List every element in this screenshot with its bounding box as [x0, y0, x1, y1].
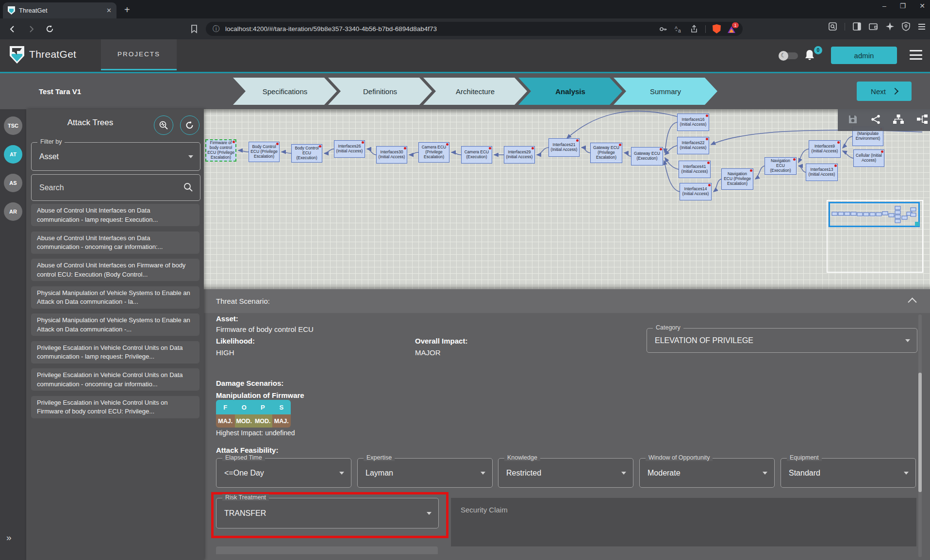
new-tab-button[interactable]: + — [124, 5, 130, 15]
share-diagram-icon[interactable] — [870, 114, 881, 127]
url-text[interactable]: localhost:4200/#/tara-iteration/59b8e357… — [225, 25, 659, 33]
asset-label: Asset: — [216, 314, 238, 323]
workflow-step-architecture[interactable]: Architecture — [423, 78, 527, 105]
expand-rail-icon[interactable]: » — [6, 532, 12, 543]
workflow-step-summary[interactable]: Summary — [614, 78, 717, 105]
search-input[interactable]: Search — [31, 174, 200, 201]
filter-by-value: Asset — [39, 143, 59, 170]
diagram-node[interactable]: Navigation ECU (Privilege Escalation) — [721, 168, 753, 190]
diagram-node[interactable]: Firmware of body control ECU (Privilege … — [205, 139, 236, 162]
attack-tree-item[interactable]: Privilege Escalation in Vehicle Control … — [31, 341, 199, 363]
rail-avatar-ar[interactable]: AR — [4, 202, 22, 221]
diagram-node[interactable]: Gateway ECU (Execution) — [631, 147, 663, 165]
workflow-step-definitions[interactable]: Definitions — [328, 78, 432, 105]
attack-tree-item[interactable]: Privilege Escalation in Vehicle Control … — [31, 368, 199, 391]
rail-avatar-as[interactable]: AS — [4, 174, 22, 192]
security-claim-textarea[interactable]: Security Claim — [451, 498, 916, 546]
feasibility-dropdown-expertise[interactable]: ExpertiseLayman — [357, 458, 493, 488]
likelihood-value: HIGH — [216, 348, 234, 357]
share-icon[interactable] — [690, 25, 698, 33]
browser-menu-icon[interactable] — [917, 23, 926, 31]
attack-tree-item[interactable]: Physical Manipulation of Vehicle Systems… — [31, 286, 199, 309]
threat-scenario-header[interactable]: Threat Scenario: — [204, 289, 930, 313]
address-bar[interactable]: ⓘ localhost:4200/#/tara-iteration/59b8e3… — [206, 22, 743, 36]
rail-avatar-at[interactable]: AT — [4, 145, 22, 164]
diagram-node[interactable]: Interfaces26 (Initial Access) — [334, 140, 365, 158]
user-account-button[interactable]: admin — [831, 47, 897, 64]
tab-close-icon[interactable]: ✕ — [106, 7, 112, 14]
bookmark-icon[interactable] — [190, 24, 198, 33]
diagram-node[interactable]: Interfaces9 (Initial Access) — [809, 140, 841, 158]
window-maximize-icon[interactable]: ❐ — [900, 2, 906, 10]
attack-tree-item[interactable]: Abuse of Control Unit Interfaces on Firm… — [31, 259, 199, 281]
analyze-tree-button[interactable] — [154, 115, 173, 135]
diagram-node[interactable]: Body Control ECU (Execution) — [291, 144, 322, 163]
feasibility-dropdown-window-of-opportunity[interactable]: Window of OpportunityModerate — [639, 458, 775, 488]
workflow-step-analysis[interactable]: Analysis — [518, 78, 622, 105]
feasibility-dropdown-knowledge[interactable]: KnowledgeRestricted — [498, 458, 633, 488]
refresh-button[interactable] — [180, 115, 199, 135]
app-menu-icon[interactable] — [910, 50, 922, 60]
reload-icon[interactable] — [43, 24, 56, 33]
diagram-node[interactable]: Interfaces14 (Initial Access) — [680, 183, 712, 200]
feasibility-dropdown-elapsed-time[interactable]: Elapsed Time<=One Day — [216, 458, 351, 488]
attack-tree-canvas[interactable]: Firmware of body control ECU (Privilege … — [204, 109, 930, 289]
vpn-shield-icon[interactable] — [902, 22, 910, 31]
collapse-chevron-up-icon[interactable] — [908, 297, 916, 306]
nav-tab-projects[interactable]: PROJECTS — [101, 39, 177, 70]
minimap[interactable] — [827, 200, 923, 273]
diagram-node[interactable]: Interfaces41 (Initial Access) — [679, 161, 711, 178]
sidebar-toggle-icon[interactable] — [852, 22, 862, 31]
attack-tree-item[interactable]: Abuse of Control Unit Interfaces on Data… — [31, 231, 199, 254]
notifications-bell[interactable]: 0 — [804, 49, 820, 64]
diagram-node[interactable]: Body Control ECU (Privilege Escalation) — [249, 142, 280, 162]
attack-trees-panel: Attack Trees Filter by Asset Search Abus… — [26, 109, 204, 560]
diagram-node[interactable]: Camera ECU (Execution) — [461, 146, 492, 164]
risk-treatment-value: TRANSFER — [224, 498, 266, 528]
wallet-icon[interactable] — [869, 22, 878, 31]
back-icon[interactable] — [6, 24, 19, 34]
site-info-icon[interactable]: ⓘ — [213, 25, 219, 33]
brave-rewards-icon[interactable]: 1 — [728, 25, 736, 33]
feasibility-dropdown-equipment[interactable]: EquipmentStandard — [781, 458, 916, 488]
diagram-node[interactable]: Interfaces30 (Initial Access) — [376, 146, 407, 164]
window-close-icon[interactable]: ✕ — [919, 2, 925, 10]
panel-scrollbar-thumb[interactable] — [918, 373, 922, 492]
threat-dot-icon — [404, 147, 406, 149]
browser-tab[interactable]: ThreatGet ✕ — [3, 2, 116, 18]
translate-icon[interactable]: Aa — [674, 25, 683, 33]
diagram-node[interactable]: Interfaces13 (Initial Access) — [806, 164, 838, 181]
attack-tree-item[interactable]: Privilege Escalation in Vehicle Control … — [31, 396, 199, 418]
filter-by-dropdown[interactable]: Filter by Asset — [31, 142, 200, 171]
brave-shield-icon[interactable] — [713, 24, 721, 33]
tree-layout-vertical-icon[interactable] — [893, 114, 904, 127]
window-minimize-icon[interactable]: – — [882, 2, 886, 10]
diagram-node[interactable]: Navigation ECU (Execution) — [764, 157, 797, 175]
search-tabs-icon[interactable] — [828, 22, 837, 31]
diagram-node[interactable]: Interfaces29 (Initial Access) — [504, 146, 535, 164]
leo-ai-icon[interactable] — [885, 22, 895, 31]
diagram-node[interactable]: Interfaces22 (Initial Access) — [677, 137, 709, 154]
diagram-node[interactable]: Camera ECU (Privilege Escalation) — [418, 142, 449, 163]
diagram-node[interactable]: Interfaces16 (Initial Access) — [677, 114, 709, 131]
node-label: Interfaces21 (Initial Access) — [550, 143, 578, 152]
minimap-resize-handle[interactable] — [915, 222, 919, 226]
password-key-icon[interactable] — [659, 25, 667, 33]
minimap-viewport[interactable] — [829, 202, 920, 227]
category-dropdown[interactable]: Category ELEVATION OF PRIVILEGE — [647, 328, 917, 353]
diagram-node[interactable]: Cellular (Initial Access) — [853, 149, 884, 167]
forward-icon[interactable] — [24, 24, 38, 34]
attack-tree-item[interactable]: Physical Manipulation of Vehicle Systems… — [31, 313, 199, 336]
workflow-step-specifications[interactable]: Specifications — [233, 78, 337, 105]
diagram-node[interactable]: Gateway ECU (Privilege Escalation) — [590, 143, 622, 163]
next-button[interactable]: Next — [857, 82, 912, 101]
refresh-icon — [185, 120, 195, 130]
attack-tree-item[interactable]: Abuse of Control Unit Interfaces on Data… — [31, 204, 199, 226]
tree-layout-horizontal-icon[interactable] — [916, 114, 928, 127]
save-icon[interactable] — [847, 114, 858, 127]
diagram-node[interactable]: Interfaces21 (Initial Access) — [548, 138, 580, 157]
theme-toggle[interactable]: ☾ — [779, 51, 798, 61]
rail-avatar-tsc[interactable]: TSC — [4, 116, 22, 135]
node-label: Interfaces13 (Initial Access) — [807, 167, 836, 177]
risk-treatment-dropdown[interactable]: Risk Treatment TRANSFER — [216, 498, 439, 528]
